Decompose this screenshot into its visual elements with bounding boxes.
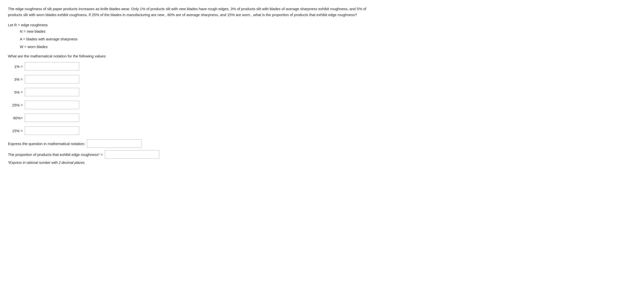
proportion-label: The proportion of products that exhibit …	[8, 152, 103, 157]
input-3pct[interactable]	[25, 75, 79, 83]
express-label: Express the question in mathematical not…	[8, 142, 85, 146]
italic-note: *Express in rational number with 2 decim…	[8, 161, 636, 165]
problem-description: The edge roughness of slit paper product…	[8, 7, 366, 17]
problem-text: The edge roughness of slit paper product…	[8, 6, 380, 18]
proportion-row: The proportion of products that exhibit …	[8, 150, 636, 159]
input-60pct[interactable]	[25, 114, 79, 122]
definition-A: A = blades with average sharpness	[20, 36, 636, 42]
row-25pct: 25% =	[8, 101, 636, 109]
row-60pct: 60%=	[8, 114, 636, 122]
label-3pct: 3% =	[8, 77, 23, 81]
row-15pct: 15% =	[8, 126, 636, 135]
definitions-section: Let R = edge roughness N = new blades A …	[8, 23, 636, 50]
label-1pct: 1% =	[8, 64, 23, 68]
row-3pct: 3% =	[8, 75, 636, 83]
inputs-section: 1% = 3% = 5% = 25% = 60%= 15% =	[8, 62, 636, 135]
input-15pct[interactable]	[25, 126, 79, 135]
proportion-input[interactable]	[105, 150, 159, 159]
label-15pct: 15% =	[8, 129, 23, 133]
question-label: What are the mathematical notation for t…	[8, 54, 636, 58]
input-5pct[interactable]	[25, 88, 79, 96]
input-1pct[interactable]	[25, 62, 79, 70]
label-60pct: 60%=	[8, 116, 23, 120]
row-1pct: 1% =	[8, 62, 636, 70]
label-25pct: 25% =	[8, 103, 23, 107]
row-5pct: 5% =	[8, 88, 636, 96]
definition-N: N = new blades	[20, 28, 636, 35]
express-notation-input[interactable]	[87, 139, 142, 148]
definition-R: Let R = edge roughness	[8, 23, 636, 27]
express-row: Express the question in mathematical not…	[8, 139, 636, 148]
label-5pct: 5% =	[8, 90, 23, 94]
definition-W: W = worn blades	[20, 43, 636, 50]
input-25pct[interactable]	[25, 101, 79, 109]
